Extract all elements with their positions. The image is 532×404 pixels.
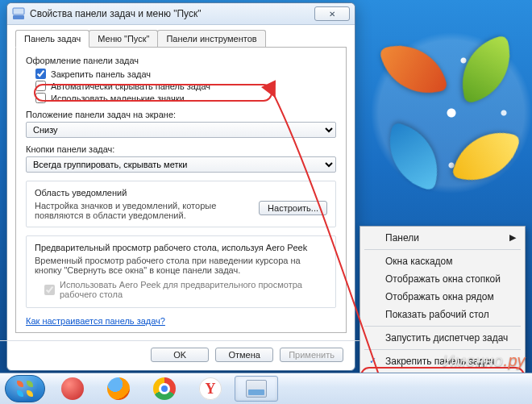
tab-start-menu[interactable]: Меню "Пуск" <box>89 30 158 48</box>
taskbar-opera[interactable] <box>51 376 94 402</box>
taskbar[interactable]: Y <box>0 373 532 404</box>
buttons-label: Кнопки панели задач: <box>26 144 336 154</box>
tab-taskbar[interactable]: Панель задач <box>15 30 89 48</box>
checkbox-aero-peek-input <box>44 285 55 295</box>
taskbar-yandex[interactable]: Y <box>189 376 232 402</box>
position-label: Положение панели задач на экране: <box>26 110 336 119</box>
taskbar-icon <box>12 7 25 20</box>
apply-button[interactable]: Применить <box>280 348 343 362</box>
menu-toolbars-label: Панели <box>385 232 419 244</box>
checkbox-lock-taskbar-input[interactable] <box>35 69 46 79</box>
taskbar-properties-dialog: Свойства панели задач и меню "Пуск" ✕ Па… <box>6 2 355 371</box>
windows-flag-icon <box>17 381 33 397</box>
menu-separator <box>364 249 521 250</box>
firefox-icon <box>107 377 130 400</box>
check-icon: ✓ <box>369 356 376 366</box>
taskbar-firefox[interactable] <box>97 376 140 402</box>
chrome-icon <box>153 377 176 400</box>
explorer-icon <box>246 380 267 398</box>
checkbox-aero-peek-label: Использовать Aero Peek для предварительн… <box>60 280 327 299</box>
menu-side-by-side[interactable]: Отображать окна рядом <box>363 288 522 306</box>
checkbox-aero-peek[interactable]: Использовать Aero Peek для предварительн… <box>44 280 327 299</box>
dialog-tabs: Панель задач Меню "Пуск" Панели инструме… <box>7 25 355 48</box>
checkbox-lock-taskbar-label: Закрепить панель задач <box>51 69 151 79</box>
menu-stack[interactable]: Отображать окна стопкой <box>363 270 522 288</box>
menu-lock-taskbar-label: Закрепить панель задач <box>385 356 494 367</box>
ok-button[interactable]: OK <box>151 348 209 362</box>
close-button[interactable]: ✕ <box>314 6 350 21</box>
menu-task-manager[interactable]: Запустить диспетчер задач <box>363 329 522 347</box>
yandex-icon: Y <box>199 377 222 400</box>
taskbar-chrome[interactable] <box>143 376 186 402</box>
configure-button[interactable]: Настроить... <box>259 201 327 215</box>
dialog-title: Свойства панели задач и меню "Пуск" <box>30 8 314 19</box>
notification-text: Настройка значков и уведомлений, которые… <box>35 201 251 220</box>
aero-peek-panel: Предварительный просмотр рабочего стола,… <box>26 235 336 308</box>
checkbox-lock-taskbar[interactable]: Закрепить панель задач <box>35 69 336 79</box>
taskbar-explorer[interactable] <box>235 376 278 402</box>
notification-title: Область уведомлений <box>35 188 327 198</box>
taskbar-context-menu: Панели ▶ Окна каскадом Отображать окна с… <box>360 226 526 391</box>
tab-toolbars[interactable]: Панели инструментов <box>157 30 265 48</box>
menu-separator <box>364 326 521 327</box>
notification-area-panel: Область уведомлений Настройка значков и … <box>26 181 336 227</box>
menu-show-desktop[interactable]: Показать рабочий стол <box>363 306 522 323</box>
checkbox-autohide[interactable]: Автоматически скрывать панель задач <box>35 81 336 91</box>
dialog-titlebar[interactable]: Свойства панели задач и меню "Пуск" ✕ <box>7 3 355 25</box>
checkbox-autohide-label: Автоматически скрывать панель задач <box>51 81 210 91</box>
help-link[interactable]: Как настраивается панель задач? <box>26 316 165 326</box>
peek-text: Временный просмотр рабочего стола при на… <box>35 256 327 275</box>
tab-content: Оформление панели задач Закрепить панель… <box>15 47 347 333</box>
menu-toolbars[interactable]: Панели ▶ <box>363 229 522 247</box>
menu-cascade[interactable]: Окна каскадом <box>363 252 522 270</box>
menu-separator <box>364 349 521 350</box>
start-button[interactable] <box>5 375 45 402</box>
dialog-button-row: OK Отмена Применить <box>7 341 355 370</box>
opera-icon <box>61 377 84 400</box>
buttons-select[interactable]: Всегда группировать, скрывать метки <box>26 156 336 173</box>
svg-rect-0 <box>13 15 24 19</box>
checkbox-autohide-input[interactable] <box>35 81 46 91</box>
position-select[interactable]: Снизу <box>26 122 336 138</box>
menu-lock-taskbar[interactable]: ✓ Закрепить панель задач <box>363 352 522 370</box>
windows-logo-graphic <box>385 36 514 190</box>
peek-title: Предварительный просмотр рабочего стола,… <box>35 243 327 252</box>
group-appearance-title: Оформление панели задач <box>26 56 336 65</box>
checkbox-small-icons-input[interactable] <box>35 93 46 103</box>
checkbox-small-icons-label: Использовать маленькие значки <box>51 94 185 103</box>
cancel-button[interactable]: Отмена <box>215 348 273 362</box>
checkbox-small-icons[interactable]: Использовать маленькие значки <box>35 93 336 103</box>
submenu-arrow-icon: ▶ <box>509 232 516 243</box>
svg-rect-1 <box>13 8 24 15</box>
